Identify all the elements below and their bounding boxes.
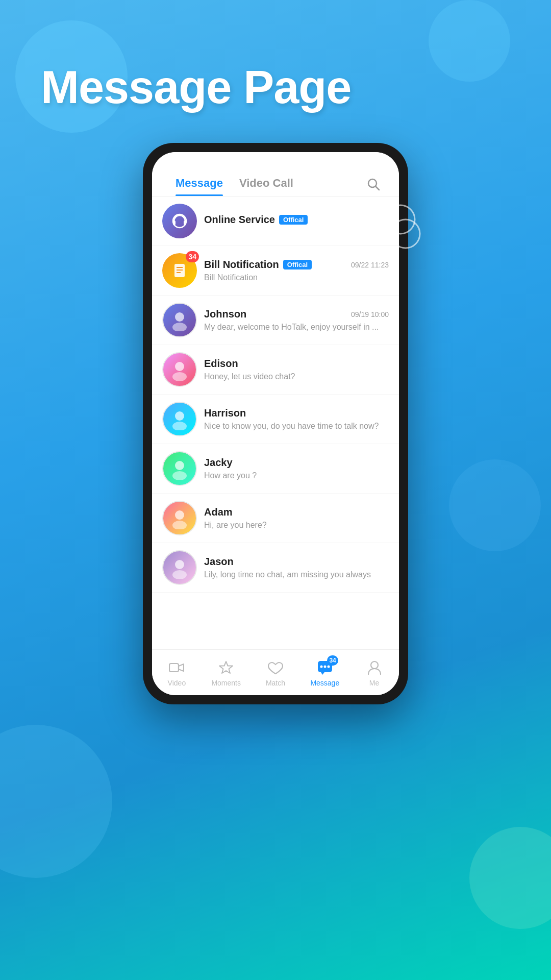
nav-label-message: Message (310, 679, 339, 687)
nav-item-match[interactable]: Match (251, 655, 300, 690)
sender-name: Harrison (204, 407, 246, 419)
svg-point-26 (320, 665, 322, 668)
message-preview: Hi, are you here? (204, 521, 389, 530)
message-preview: Lily, long time no chat, am missing you … (204, 570, 389, 579)
sender-name: Bill Notification (204, 259, 279, 271)
search-icon (367, 178, 380, 191)
bg-decoration-4 (469, 827, 551, 929)
list-item[interactable]: Online Service Offical (152, 197, 399, 246)
tab-video-call[interactable]: Video Call (231, 173, 302, 196)
svg-point-20 (172, 521, 187, 529)
svg-rect-23 (169, 664, 179, 672)
list-item[interactable]: Johnson 09/19 10:00 My dear, welcome to … (152, 296, 399, 345)
phone-screen: Message Video Call (152, 152, 399, 695)
search-button[interactable] (363, 174, 384, 194)
svg-point-28 (327, 665, 330, 668)
message-top: Harrison (204, 407, 389, 419)
svg-rect-6 (184, 220, 186, 225)
message-content: Adam Hi, are you here? (204, 506, 389, 530)
avatar (162, 451, 197, 486)
list-item[interactable]: Jason Lily, long time no chat, am missin… (152, 543, 399, 593)
svg-point-29 (371, 662, 378, 669)
sender-name: Online Service (204, 214, 275, 226)
avatar-wrap: 34 (162, 253, 197, 288)
avatar-wrap (162, 451, 197, 486)
svg-point-12 (172, 323, 187, 331)
message-nav-badge: 34 (327, 655, 338, 666)
user-silhouette (168, 556, 191, 579)
svg-point-21 (175, 560, 184, 569)
tabs-header: Message Video Call (152, 167, 399, 196)
user-silhouette (168, 457, 191, 480)
status-bar (152, 152, 399, 167)
svg-point-22 (172, 570, 187, 579)
message-content: Online Service Offical (204, 214, 389, 228)
phone-mockup: Message Video Call (143, 143, 408, 704)
sender-name: Adam (204, 506, 233, 518)
message-content: Jason Lily, long time no chat, am missin… (204, 556, 389, 579)
avatar-wrap (162, 303, 197, 337)
list-item[interactable]: Harrison Nice to know you, do you have t… (152, 395, 399, 444)
svg-point-17 (175, 461, 184, 470)
nav-item-me[interactable]: Me (349, 655, 399, 690)
avatar-wrap (162, 352, 197, 387)
bg-decoration-2 (429, 0, 510, 82)
list-item[interactable]: Edison Honey, let us video chat? (152, 345, 399, 395)
message-time: 09/19 10:00 (351, 310, 389, 318)
svg-point-27 (323, 665, 326, 668)
bg-decoration-5 (449, 459, 541, 551)
sender-name: Edison (204, 358, 238, 370)
avatar (162, 204, 197, 238)
svg-point-13 (175, 362, 184, 371)
svg-line-3 (375, 186, 379, 190)
message-preview: Nice to know you, do you have time to ta… (204, 422, 389, 431)
tab-message[interactable]: Message (167, 173, 231, 196)
bottom-nav: Video Moments Match (152, 649, 399, 695)
message-top: Edison (204, 358, 389, 370)
user-silhouette (168, 507, 191, 529)
message-preview: Honey, let us video chat? (204, 372, 389, 381)
message-top: Johnson 09/19 10:00 (204, 308, 389, 320)
avatar (162, 303, 197, 337)
video-icon (167, 658, 186, 677)
avatar-wrap (162, 550, 197, 585)
message-top: Adam (204, 506, 389, 518)
message-icon: 34 (316, 658, 334, 677)
page-title: Message Page (41, 61, 351, 114)
avatar (162, 402, 197, 436)
nav-label-match: Match (266, 679, 285, 687)
svg-point-19 (175, 510, 184, 520)
nav-item-moments[interactable]: Moments (202, 655, 251, 690)
list-item[interactable]: Jacky How are you ? (152, 444, 399, 494)
person-icon (365, 658, 384, 677)
message-content: Edison Honey, let us video chat? (204, 358, 389, 381)
message-content: Bill Notification Offical 09/22 11:23 Bi… (204, 259, 389, 282)
star-icon (217, 658, 235, 677)
user-silhouette (168, 309, 191, 331)
nav-label-me: Me (369, 679, 379, 687)
svg-point-16 (172, 422, 187, 430)
bg-decoration-3 (0, 725, 112, 878)
svg-point-15 (175, 411, 184, 421)
avatar-wrap (162, 501, 197, 535)
message-top: Jacky (204, 457, 389, 469)
user-silhouette (168, 408, 191, 430)
message-top: Jason (204, 556, 389, 568)
sender-name: Jacky (204, 457, 233, 469)
message-content: Harrison Nice to know you, do you have t… (204, 407, 389, 431)
nav-item-video[interactable]: Video (152, 655, 202, 690)
avatar (162, 550, 197, 585)
nav-item-message[interactable]: 34 Message (300, 655, 349, 690)
headset-icon (170, 211, 189, 231)
message-list: Online Service Offical (152, 197, 399, 649)
avatar-wrap (162, 204, 197, 238)
svg-point-14 (172, 372, 187, 381)
list-item[interactable]: 34 Bill Notification Offical 09/22 11:23… (152, 246, 399, 296)
svg-point-18 (172, 471, 187, 480)
avatar (162, 501, 197, 535)
official-badge: Offical (279, 215, 308, 225)
message-time: 09/22 11:23 (351, 261, 389, 269)
list-item[interactable]: Adam Hi, are you here? (152, 494, 399, 543)
message-top: Online Service Offical (204, 214, 389, 226)
message-preview: My dear, welcome to HoTalk, enjoy yourse… (204, 323, 389, 332)
